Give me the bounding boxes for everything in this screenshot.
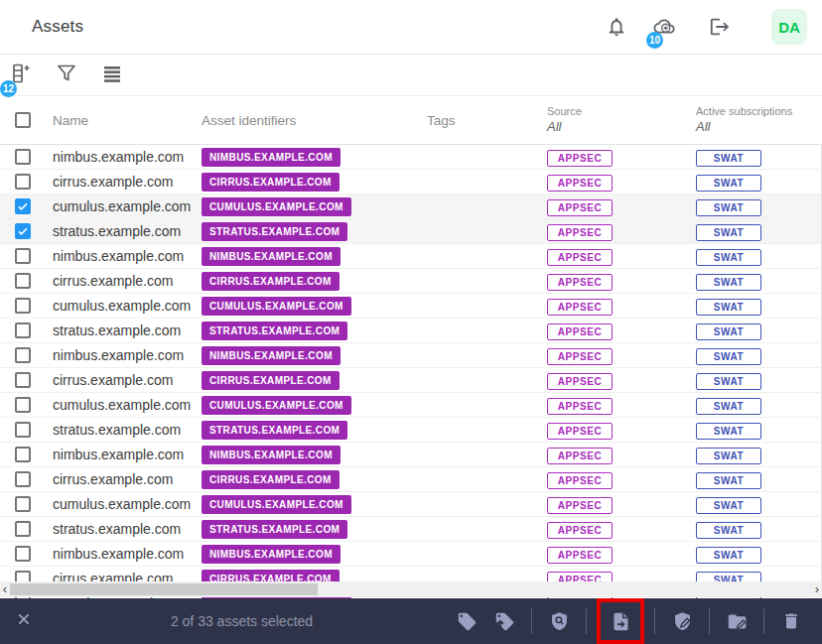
asset-identifier-badge: STRATUS.EXAMPLE.COM — [202, 421, 347, 440]
move-to-folder-button[interactable] — [718, 602, 755, 640]
export-report-button[interactable] — [602, 602, 639, 640]
clear-selection-button[interactable] — [12, 609, 36, 633]
edit-subscriptions-button[interactable] — [663, 602, 701, 640]
table-row[interactable]: stratus.example.com STRATUS.EXAMPLE.COM … — [0, 319, 821, 343]
columns-count-badge: 12 — [0, 80, 17, 97]
table-row[interactable]: stratus.example.com STRATUS.EXAMPLE.COM … — [0, 517, 821, 542]
asset-identifier-badge: NIMBUS.EXAMPLE.COM — [202, 346, 341, 365]
table-row[interactable]: cirrus.example.com CIRRUS.EXAMPLE.COM AP… — [0, 368, 821, 393]
row-checkbox[interactable] — [15, 447, 31, 462]
scroll-left-arrow-icon[interactable]: ‹ — [0, 581, 10, 597]
subscription-badge: SWAT — [696, 522, 761, 539]
table-row[interactable]: cirrus.example.com CIRRUS.EXAMPLE.COM AP… — [0, 170, 821, 194]
tag-arrow-up-icon — [494, 611, 515, 632]
row-checkbox[interactable] — [15, 471, 31, 487]
subscription-badge: SWAT — [696, 547, 761, 564]
remove-tag-button[interactable] — [485, 602, 523, 640]
row-checkbox[interactable] — [15, 496, 31, 512]
tag-icon — [457, 611, 478, 632]
upload-assets-button[interactable]: 10 — [648, 11, 680, 43]
row-checkbox[interactable] — [15, 521, 31, 537]
column-header-tags[interactable]: Tags — [427, 113, 536, 128]
add-tag-button[interactable] — [448, 602, 485, 640]
upload-count-badge: 10 — [646, 32, 663, 49]
table-row[interactable]: nimbus.example.com NIMBUS.EXAMPLE.COM AP… — [0, 343, 821, 368]
table-row[interactable]: cirrus.example.com CIRRUS.EXAMPLE.COM AP… — [0, 269, 821, 294]
table-header-row: Name Asset identifiers Tags Source All A… — [0, 96, 822, 145]
list-view-button[interactable] — [97, 61, 127, 90]
action-bar-divider — [586, 608, 587, 634]
asset-name: nimbus.example.com — [53, 347, 184, 363]
source-badge: APPSEC — [547, 224, 613, 241]
sign-out-button[interactable] — [704, 11, 736, 43]
row-checkbox[interactable] — [15, 347, 31, 363]
selection-action-bar: 2 of 33 assets selected — [0, 598, 822, 644]
asset-identifier-badge: CIRRUS.EXAMPLE.COM — [202, 173, 340, 192]
asset-identifier-badge: CIRRUS.EXAMPLE.COM — [202, 371, 340, 390]
table-body: nimbus.example.com NIMBUS.EXAMPLE.COM AP… — [0, 145, 822, 598]
row-checkbox[interactable] — [15, 422, 31, 438]
row-checkbox[interactable] — [15, 372, 31, 388]
action-bar-divider — [531, 608, 532, 634]
row-checkbox[interactable] — [15, 223, 31, 239]
source-badge: APPSEC — [547, 199, 613, 216]
select-all-checkbox[interactable] — [15, 112, 31, 128]
subscription-badge: SWAT — [696, 348, 761, 365]
asset-identifier-badge: CUMULUS.EXAMPLE.COM — [202, 495, 351, 514]
column-header-name[interactable]: Name — [45, 113, 202, 128]
table-row[interactable]: nimbus.example.com NIMBUS.EXAMPLE.COM AP… — [0, 145, 821, 170]
asset-identifier-badge: NIMBUS.EXAMPLE.COM — [202, 446, 341, 464]
row-checkbox[interactable] — [15, 273, 31, 289]
row-checkbox[interactable] — [15, 248, 31, 264]
source-badge: APPSEC — [547, 448, 613, 464]
row-checkbox[interactable] — [15, 546, 31, 562]
table-row[interactable]: cirrus.example.com CIRRUS.EXAMPLE.COM AP… — [0, 467, 821, 492]
asset-name: cumulus.example.com — [53, 397, 191, 413]
column-header-identifiers[interactable]: Asset identifiers — [202, 113, 427, 128]
table-row[interactable]: cumulus.example.com CUMULUS.EXAMPLE.COM … — [0, 492, 821, 517]
source-badge: APPSEC — [547, 348, 613, 365]
source-badge: APPSEC — [547, 398, 613, 415]
table-row[interactable]: stratus.example.com STRATUS.EXAMPLE.COM … — [0, 219, 821, 244]
table-row[interactable]: stratus.example.com STRATUS.EXAMPLE.COM … — [0, 418, 821, 443]
list-view-icon — [100, 62, 124, 89]
subscription-badge: SWAT — [696, 224, 761, 241]
table-row[interactable]: nimbus.example.com NIMBUS.EXAMPLE.COM AP… — [0, 244, 821, 269]
source-badge: APPSEC — [547, 150, 613, 167]
subscription-badge: SWAT — [696, 448, 761, 464]
subscriptions-filter[interactable]: Active subscriptions All — [696, 105, 822, 135]
scrollbar-thumb[interactable] — [10, 583, 318, 595]
asset-name: nimbus.example.com — [53, 447, 184, 462]
row-checkbox[interactable] — [15, 397, 31, 413]
table-row[interactable]: cumulus.example.com CUMULUS.EXAMPLE.COM … — [0, 393, 821, 418]
asset-identifier-badge: STRATUS.EXAMPLE.COM — [202, 222, 347, 241]
edit-columns-button[interactable]: 12 — [6, 61, 36, 90]
close-icon — [16, 611, 32, 631]
scan-assets-button[interactable] — [540, 602, 578, 640]
row-checkbox[interactable] — [15, 322, 31, 338]
notifications-button[interactable] — [601, 11, 632, 43]
source-badge: APPSEC — [547, 323, 613, 340]
user-avatar[interactable]: DA — [771, 9, 807, 45]
row-checkbox[interactable] — [15, 298, 31, 314]
source-badge: APPSEC — [547, 175, 613, 192]
table-row[interactable]: cumulus.example.com CUMULUS.EXAMPLE.COM … — [0, 194, 821, 219]
subscription-badge: SWAT — [696, 472, 761, 489]
row-checkbox[interactable] — [15, 174, 31, 190]
scroll-right-arrow-icon[interactable]: › — [812, 581, 822, 597]
filter-button[interactable] — [52, 61, 81, 90]
source-badge: APPSEC — [547, 274, 613, 291]
delete-button[interactable] — [772, 602, 810, 640]
table-row[interactable]: cumulus.example.com CUMULUS.EXAMPLE.COM … — [0, 294, 821, 319]
row-checkbox[interactable] — [15, 149, 31, 165]
table-row[interactable]: nimbus.example.com NIMBUS.EXAMPLE.COM AP… — [0, 443, 821, 467]
table-row[interactable]: nimbus.example.com NIMBUS.EXAMPLE.COM AP… — [0, 542, 821, 567]
shield-edit-icon — [672, 611, 693, 632]
scrollbar-track[interactable] — [10, 581, 812, 597]
source-filter[interactable]: Source All — [547, 105, 685, 135]
horizontal-scrollbar: ‹ › — [0, 581, 822, 597]
row-checkbox[interactable] — [15, 198, 31, 214]
source-badge: APPSEC — [547, 472, 613, 489]
asset-identifier-badge: NIMBUS.EXAMPLE.COM — [202, 148, 341, 167]
asset-name: cumulus.example.com — [53, 298, 191, 314]
